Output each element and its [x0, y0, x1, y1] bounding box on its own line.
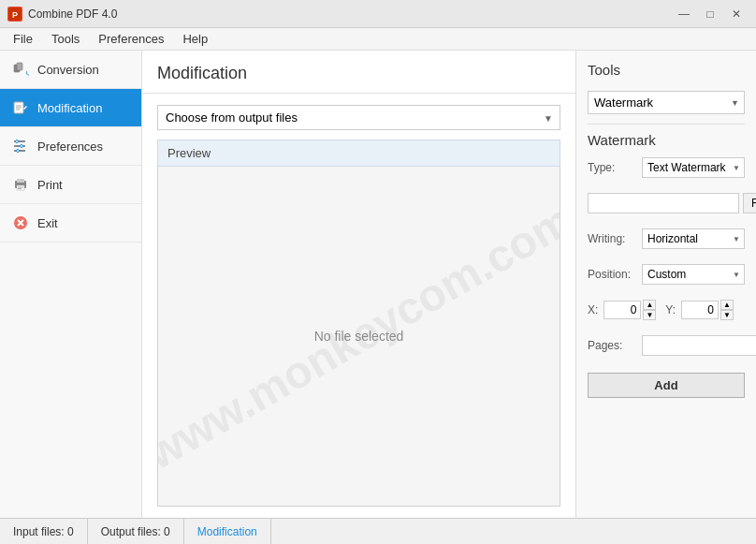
file-selector-wrapper[interactable]: Choose from output files: [157, 105, 560, 130]
add-button[interactable]: Add: [588, 373, 745, 398]
y-label: Y:: [665, 303, 676, 316]
x-input-group: 0 ▲ ▼: [603, 300, 656, 320]
x-spinner: ▲ ▼: [643, 300, 656, 320]
tools-title: Tools: [588, 62, 745, 78]
status-active-section: Modification: [184, 519, 271, 544]
menu-help[interactable]: Help: [173, 28, 217, 50]
title-bar: P Combine PDF 4.0 — □ ✕: [0, 0, 756, 28]
pages-input[interactable]: [642, 335, 756, 356]
y-value-input[interactable]: 0: [681, 301, 719, 319]
font-button[interactable]: Font: [743, 193, 756, 213]
svg-text:P: P: [12, 10, 18, 20]
sidebar-preferences-label: Preferences: [37, 140, 103, 154]
sidebar-item-conversion[interactable]: ↺ Conversion: [0, 51, 141, 89]
content-area: Modification Choose from output files Pr…: [142, 51, 576, 518]
modification-icon: [11, 98, 30, 117]
type-selector-wrapper[interactable]: Text Watermark Image Watermark: [642, 157, 745, 178]
window-controls: — □ ✕: [672, 5, 749, 23]
close-button[interactable]: ✕: [724, 5, 749, 23]
sidebar-item-print[interactable]: Print: [0, 166, 141, 204]
menu-bar: File Tools Preferences Help: [0, 28, 756, 51]
position-row: Position: Custom Top Left Top Center Top…: [588, 264, 745, 285]
no-file-message: No file selected: [314, 329, 404, 344]
exit-icon: [11, 213, 30, 232]
tools-selector-wrapper[interactable]: Watermark Header/Footer Background: [588, 91, 745, 114]
sidebar: ↺ Conversion Modification: [0, 51, 142, 518]
writing-label: Writing:: [588, 232, 636, 245]
svg-rect-18: [18, 187, 23, 188]
position-selector-wrapper[interactable]: Custom Top Left Top Center Top Right Cen…: [642, 264, 745, 285]
sidebar-item-modification[interactable]: Modification: [0, 89, 141, 127]
sidebar-item-exit[interactable]: Exit: [0, 204, 141, 243]
pages-row: Pages:: [588, 335, 745, 356]
preview-body: www.monkeycom.com No file selected: [157, 167, 560, 507]
sidebar-exit-label: Exit: [37, 216, 58, 230]
svg-point-14: [17, 150, 20, 153]
watermark-text-input[interactable]: [588, 193, 739, 213]
pages-label: Pages:: [588, 339, 636, 352]
sidebar-modification-label: Modification: [37, 101, 102, 115]
menu-preferences[interactable]: Preferences: [89, 28, 173, 50]
main-layout: ↺ Conversion Modification: [0, 51, 756, 518]
content-body: Choose from output files Preview www.mon…: [142, 94, 575, 518]
x-value-input[interactable]: 0: [603, 301, 641, 319]
type-row: Type: Text Watermark Image Watermark: [588, 157, 745, 178]
writing-selector-wrapper[interactable]: Horizontal Vertical: [642, 228, 745, 249]
preview-label: Preview: [167, 146, 211, 160]
minimize-button[interactable]: —: [672, 5, 696, 23]
menu-tools[interactable]: Tools: [42, 28, 89, 50]
position-label: Position:: [588, 268, 636, 281]
app-icon: P: [7, 7, 22, 22]
print-icon: [11, 175, 30, 194]
svg-rect-19: [18, 188, 22, 189]
preferences-icon: [11, 137, 30, 155]
file-selector[interactable]: Choose from output files: [157, 105, 560, 130]
y-input-group: 0 ▲ ▼: [681, 300, 734, 320]
xy-row: X: 0 ▲ ▼ Y: 0 ▲ ▼: [588, 300, 745, 320]
y-spinner: ▲ ▼: [720, 300, 734, 320]
right-panel: Tools Watermark Header/Footer Background…: [576, 51, 756, 518]
svg-rect-3: [17, 63, 22, 70]
type-selector[interactable]: Text Watermark Image Watermark: [642, 157, 745, 178]
menu-file[interactable]: File: [4, 28, 42, 50]
watermark-section-title: Watermark: [588, 124, 745, 148]
content-header: Modification: [142, 51, 575, 94]
maximize-button[interactable]: □: [698, 5, 722, 23]
y-increment-button[interactable]: ▲: [720, 300, 734, 310]
x-increment-button[interactable]: ▲: [643, 300, 656, 310]
type-label: Type:: [588, 161, 636, 174]
svg-text:↺: ↺: [25, 68, 29, 78]
svg-point-12: [16, 140, 19, 143]
tools-selector[interactable]: Watermark Header/Footer Background: [588, 91, 745, 114]
writing-row: Writing: Horizontal Vertical: [588, 228, 745, 249]
text-input-row: Font: [588, 193, 745, 213]
svg-rect-16: [17, 179, 24, 183]
app-title: Combine PDF 4.0: [28, 7, 672, 21]
sidebar-print-label: Print: [37, 178, 63, 192]
x-label: X:: [588, 303, 598, 316]
svg-point-13: [21, 145, 23, 148]
sidebar-conversion-label: Conversion: [37, 63, 99, 77]
preview-section: Preview www.monkeycom.com No file select…: [157, 140, 560, 507]
status-input-files: Input files: 0: [0, 519, 88, 544]
preview-header: Preview: [157, 140, 560, 167]
status-output-files: Output files: 0: [88, 519, 184, 544]
page-title: Modification: [157, 64, 560, 83]
conversion-icon: ↺: [11, 60, 30, 79]
y-decrement-button[interactable]: ▼: [720, 310, 734, 320]
writing-selector[interactable]: Horizontal Vertical: [642, 228, 745, 249]
sidebar-item-preferences[interactable]: Preferences: [0, 127, 141, 166]
x-decrement-button[interactable]: ▼: [643, 310, 656, 320]
status-bar: Input files: 0 Output files: 0 Modificat…: [0, 518, 756, 544]
position-selector[interactable]: Custom Top Left Top Center Top Right Cen…: [642, 264, 745, 285]
